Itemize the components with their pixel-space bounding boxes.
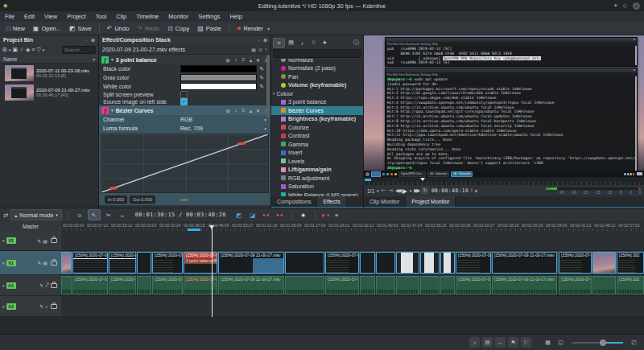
zoom-out-icon[interactable]: ◱ bbox=[555, 337, 566, 348]
chevron-down-icon[interactable]: ▾ bbox=[2, 283, 5, 288]
new-button[interactable]: □New bbox=[2, 24, 29, 33]
effect-enable-eye-icon[interactable]: ⊙ bbox=[225, 108, 229, 113]
param-value[interactable]: Rec. 709 bbox=[180, 126, 264, 131]
maximize-icon[interactable]: ◇ bbox=[623, 2, 627, 9]
fast-forward-icon[interactable]: ▶▶ bbox=[414, 187, 419, 194]
mix-clips-icon[interactable]: ◩ bbox=[233, 210, 245, 220]
video-clip[interactable] bbox=[396, 252, 419, 274]
video-clip[interactable] bbox=[440, 252, 455, 274]
zoom-fit-icon[interactable]: ▦ bbox=[543, 337, 553, 348]
show-audio-thumbnails-icon[interactable]: ♪ bbox=[469, 337, 480, 348]
menu-item-view[interactable]: View bbox=[39, 13, 62, 20]
audio-clip[interactable]: [150%] 2020-07-0 bbox=[325, 276, 359, 294]
effects-search-input[interactable] bbox=[273, 49, 361, 58]
loop-zone-icon[interactable]: ↻ bbox=[421, 187, 428, 195]
track-header-a1[interactable]: ▾A1✎♪ bbox=[0, 275, 61, 296]
fit-zoom-icon[interactable]: ⚐ bbox=[521, 337, 531, 348]
track-body-a1[interactable]: [150%] 2020-07-09 2[150%] 2020-07[150%] … bbox=[61, 275, 644, 296]
zoom-dropdown-icon[interactable]: ▾ bbox=[377, 188, 379, 193]
audio-clip[interactable]: [150%] 2020-07-09 21-00-27.mkv bbox=[492, 276, 557, 294]
bin-clip[interactable]: 2020-07-11 00-23-18.mkv00:02:12:13 [6] bbox=[0, 64, 98, 83]
tab-project-monitor[interactable]: Project Monitor bbox=[406, 196, 456, 207]
tags-icon[interactable]: ◈ bbox=[26, 47, 30, 53]
close-icon[interactable]: ✗ bbox=[633, 2, 640, 10]
razor-tool-icon[interactable]: ✂ bbox=[103, 210, 114, 220]
menu-item-settings[interactable]: Settings bbox=[193, 13, 225, 20]
copy-button[interactable]: ⊡Copy bbox=[163, 24, 193, 33]
effect-list-item[interactable]: Levels bbox=[271, 157, 363, 166]
curve-zoom-handle[interactable] bbox=[180, 199, 188, 201]
close-panel-icon[interactable]: ⊗ bbox=[91, 37, 95, 43]
track-header-v1[interactable]: ▾V1✎▤ bbox=[0, 251, 61, 275]
float-panel-icon[interactable]: ◦ bbox=[258, 38, 260, 43]
expand-icon[interactable]: ↕ bbox=[265, 47, 267, 51]
zoom-slider-handle[interactable] bbox=[600, 340, 606, 346]
video-clip[interactable]: [150%] 2020-07- bbox=[152, 252, 183, 274]
timeline-menu-icon[interactable]: ≡ bbox=[335, 212, 338, 219]
bin-search-input[interactable] bbox=[62, 46, 96, 54]
play-icon[interactable]: ▶ bbox=[402, 187, 407, 195]
lock-icon[interactable] bbox=[51, 304, 57, 309]
color-swatch[interactable] bbox=[180, 65, 257, 72]
monitor-timecode[interactable]: 00:00:48:18 bbox=[431, 187, 469, 194]
paste-button[interactable]: ▨Paste bbox=[193, 24, 225, 33]
video-clip[interactable]: [150%] 2020-07-0 bbox=[325, 252, 359, 274]
track-effects-icon[interactable]: ✎ bbox=[37, 238, 41, 244]
timeline-adjust-icon[interactable]: ⇄ bbox=[3, 212, 8, 219]
builtin-effects-icon[interactable]: ▤ bbox=[251, 47, 256, 52]
rewind-icon[interactable]: ◀◀ bbox=[395, 187, 400, 194]
lock-icon[interactable] bbox=[51, 238, 57, 243]
render-button[interactable]: ●Render▾ bbox=[233, 23, 274, 33]
monitor-seek-ruler[interactable] bbox=[364, 177, 644, 185]
snap-toggle-icon[interactable]: ⚑ bbox=[508, 337, 518, 348]
audio-clip[interactable]: [150%] 2020-07-0 bbox=[559, 276, 592, 294]
audio-clip[interactable] bbox=[360, 276, 375, 294]
lock-icon[interactable] bbox=[51, 283, 57, 288]
lock-icon[interactable] bbox=[51, 261, 57, 266]
track-header-a2[interactable]: ▾A2✎♪ bbox=[0, 296, 61, 317]
track-effects-icon[interactable]: ✎ bbox=[39, 282, 43, 288]
video-clip[interactable] bbox=[285, 252, 324, 274]
effect-list-item[interactable]: White Balance (LMS space) bbox=[271, 191, 363, 196]
extract-zone-icon[interactable]: ●● bbox=[275, 210, 286, 220]
effect-list-item[interactable]: Invert bbox=[271, 149, 363, 158]
effect-list-item[interactable]: Gamma bbox=[271, 140, 363, 149]
lift-zone-icon[interactable]: ●● bbox=[261, 210, 272, 220]
track-effects-icon[interactable]: ✎ bbox=[37, 260, 41, 266]
audio-clip[interactable] bbox=[440, 276, 455, 294]
float-panel-icon[interactable]: ◦ bbox=[86, 38, 88, 43]
effect-list-item[interactable]: Contrast bbox=[271, 132, 363, 141]
video-effects-icon[interactable]: ▤ bbox=[286, 39, 296, 47]
delete-icon[interactable]: ✗ bbox=[19, 47, 24, 53]
tab-effects[interactable]: Effects bbox=[317, 196, 346, 207]
effect-enable-eye-icon[interactable]: ⊙ bbox=[225, 57, 229, 63]
track-target-icon[interactable]: ⊙ bbox=[74, 210, 85, 220]
param-value[interactable]: RGB bbox=[180, 117, 264, 122]
curve-in-value[interactable]: In 0.000 bbox=[105, 196, 127, 204]
record-icon[interactable]: ● bbox=[321, 212, 325, 219]
custom-effects-icon[interactable]: ☆ bbox=[308, 39, 319, 47]
filter-icon[interactable]: ▽ bbox=[36, 47, 40, 53]
effect-presets-icon[interactable]: ≡ bbox=[242, 57, 245, 62]
monitor-menu-icon[interactable]: ≡ bbox=[475, 188, 478, 194]
track-body-v1[interactable]: [150%] 2020-07-09[150%] 2020-07-[150%] 2… bbox=[61, 251, 644, 275]
track-header-v2[interactable]: ▾V2✎▤ bbox=[0, 231, 61, 251]
audio-effects-icon[interactable]: ♪ bbox=[297, 39, 308, 47]
param-checkbox[interactable] bbox=[180, 91, 188, 98]
effect-zone-icon[interactable]: ↕ bbox=[234, 57, 237, 62]
enable-effects-eye-icon[interactable]: ⊙ bbox=[258, 47, 262, 52]
undo-button[interactable]: ↶Undo bbox=[103, 24, 134, 33]
effect-list-item[interactable]: Bézier Curves bbox=[271, 106, 363, 115]
video-clip[interactable] bbox=[137, 252, 151, 274]
collapse-chevron-icon[interactable]: ▾ bbox=[111, 57, 114, 62]
chevron-down-icon[interactable]: ▾ bbox=[264, 126, 266, 131]
video-clip[interactable]: [150%] 2020-07-09 bbox=[456, 252, 491, 274]
open-button[interactable]: ▣Open... bbox=[29, 24, 65, 33]
audio-clip[interactable] bbox=[396, 276, 419, 294]
move-effect-down-icon[interactable]: ▾ bbox=[257, 108, 259, 113]
track-thumbnails-icon[interactable]: ▤ bbox=[43, 238, 47, 244]
zoom-in-icon[interactable]: ◰ bbox=[629, 337, 639, 348]
spacer-tool-icon[interactable]: ↔ bbox=[117, 210, 128, 220]
effect-list-item[interactable]: RGB adjustment bbox=[271, 174, 363, 183]
video-clip[interactable]: [150%] 2020-07-09 bbox=[72, 252, 108, 274]
